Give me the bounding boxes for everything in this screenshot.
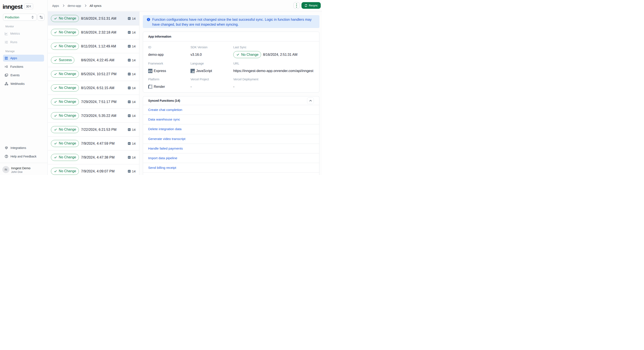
svg-text:ex: ex xyxy=(148,69,152,73)
svg-text:JS: JS xyxy=(192,70,194,73)
